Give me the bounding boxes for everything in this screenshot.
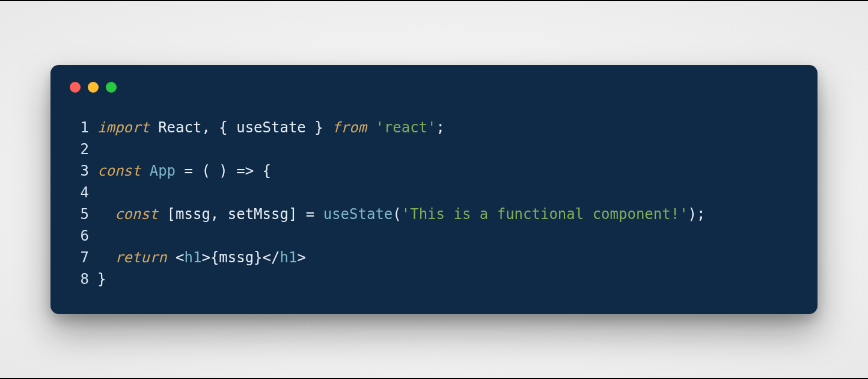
minimize-icon[interactable] [88,82,99,93]
line-number: 6 [67,225,89,247]
code-editor[interactable]: 1import React, { useState } from 'react'… [67,117,801,290]
code-content[interactable]: return <h1>{mssg}</h1> [97,247,306,268]
code-token: </ [263,249,280,266]
code-token: React, { useState } [158,119,332,136]
code-window: 1import React, { useState } from 'react'… [50,65,818,314]
traffic-lights [70,82,801,93]
code-token: import [97,119,158,136]
code-token: ( [393,206,401,223]
code-token: return [115,249,176,266]
code-line[interactable]: 2 [67,138,801,160]
code-content[interactable]: const App = ( ) => { [97,160,271,182]
close-icon[interactable] [70,82,81,93]
code-token: = [306,206,323,223]
code-line[interactable]: 6 [67,225,801,247]
code-line[interactable]: 3const App = ( ) => { [67,160,801,182]
code-token: {mssg} [210,249,263,266]
code-token: h1 [280,249,297,266]
code-token: < [176,249,184,266]
line-number: 5 [67,203,89,225]
code-token: from [332,119,375,136]
line-number: 7 [67,247,89,268]
code-token [97,206,115,223]
code-line[interactable]: 1import React, { useState } from 'react'… [67,117,801,138]
code-token [97,249,115,266]
code-token: ; [436,119,445,136]
code-token: [mssg, setMssg] [167,206,306,223]
code-token: useState [323,206,393,223]
code-token: const [97,162,150,179]
code-content[interactable]: const [mssg, setMssg] = useState('This i… [97,203,705,225]
code-token: } [97,271,106,288]
maximize-icon[interactable] [106,82,117,93]
line-number: 4 [67,182,89,203]
code-token: > [297,249,305,266]
line-number: 8 [67,268,89,290]
code-line[interactable]: 4 [67,182,801,203]
line-number: 1 [67,117,89,138]
code-token: 'react' [375,119,436,136]
code-token: 'This is a functional component!' [402,206,688,223]
code-content[interactable]: import React, { useState } from 'react'; [97,117,445,138]
line-number: 3 [67,160,89,182]
code-token: > [201,249,210,266]
code-token: ); [688,206,706,223]
code-line[interactable]: 5 const [mssg, setMssg] = useState('This… [67,203,801,225]
code-token: = ( ) => { [185,162,272,179]
code-line[interactable]: 7 return <h1>{mssg}</h1> [67,247,801,268]
code-token: const [115,206,167,223]
code-token: h1 [185,249,202,266]
code-content[interactable]: } [97,268,106,290]
code-token: App [150,162,185,179]
line-number: 2 [67,138,89,160]
code-line[interactable]: 8} [67,268,801,290]
